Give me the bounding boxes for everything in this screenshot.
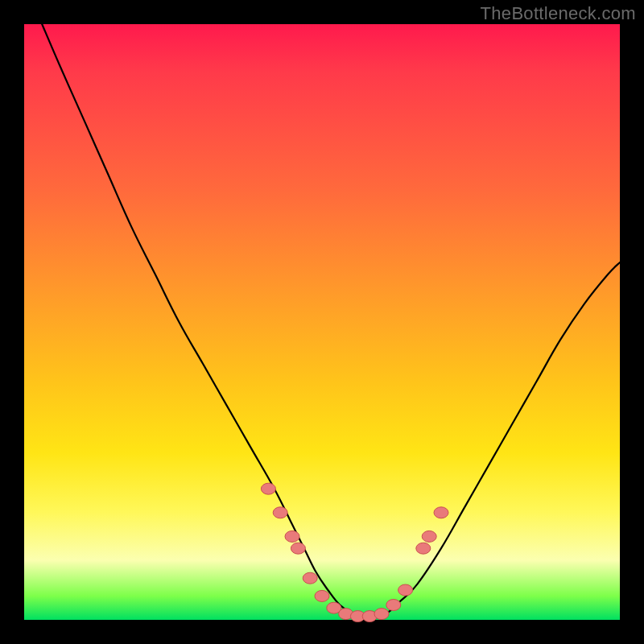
- marker-dot: [291, 543, 305, 554]
- marker-dot: [261, 483, 275, 494]
- bottleneck-curve: [42, 24, 620, 617]
- marker-dot: [434, 507, 448, 518]
- marker-dot: [386, 600, 401, 611]
- marker-dot: [303, 572, 317, 584]
- marker-dot: [398, 584, 413, 596]
- marker-dot: [374, 609, 389, 620]
- plot-area: [24, 24, 620, 620]
- watermark-text: TheBottleneck.com: [481, 3, 636, 24]
- curve-markers: [261, 483, 448, 621]
- marker-dot: [315, 590, 329, 601]
- marker-dot: [285, 530, 299, 542]
- marker-dot: [416, 543, 431, 554]
- chart-stage: TheBottleneck.com: [0, 0, 644, 644]
- marker-dot: [273, 507, 287, 518]
- marker-dot: [422, 530, 436, 542]
- chart-svg: [24, 24, 620, 620]
